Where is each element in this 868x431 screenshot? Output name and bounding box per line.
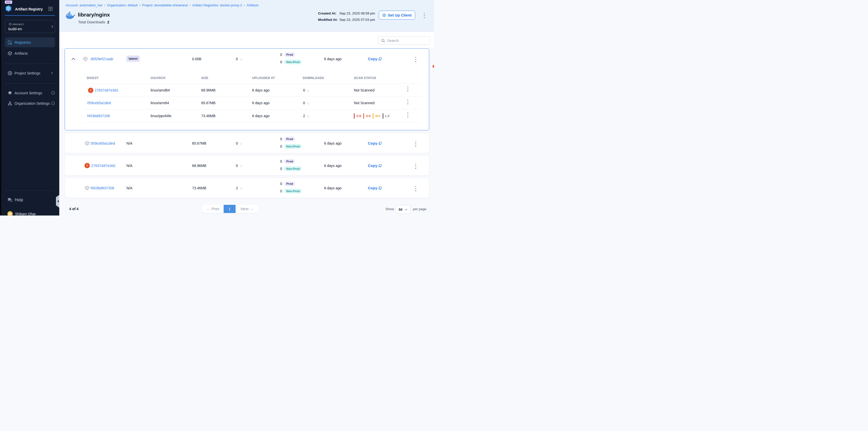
svg-text:?: ?	[9, 198, 10, 200]
